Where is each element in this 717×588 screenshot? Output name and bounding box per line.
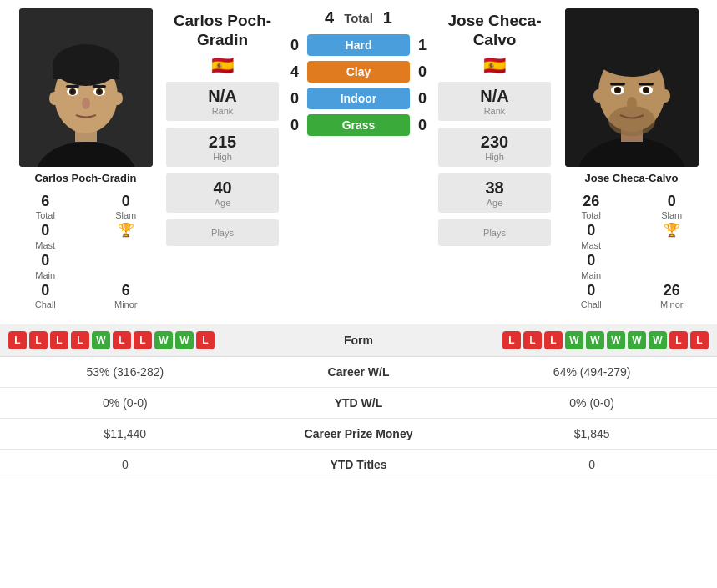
right-plays-box: Plays xyxy=(438,219,551,246)
right-high-value: 230 xyxy=(445,133,544,152)
grass-score-right: 0 xyxy=(410,117,435,134)
form-badge-l: L xyxy=(50,331,68,349)
player-left-stats-grid: 6 Total 0 Slam 0 Mast 🏆 0 Main xyxy=(8,193,163,309)
right-slam-value: 0 xyxy=(668,193,676,211)
left-high-box: 215 High xyxy=(166,128,279,167)
right-flag: 🇪🇸 xyxy=(438,55,551,77)
svg-point-16 xyxy=(113,92,123,105)
left-minor-value: 6 xyxy=(122,282,130,300)
svg-point-29 xyxy=(644,88,648,92)
form-badge-l: L xyxy=(71,331,89,349)
form-badge-l: L xyxy=(690,331,709,349)
grass-score-left: 0 xyxy=(282,117,307,134)
right-plays-label: Plays xyxy=(445,228,544,238)
left-total-label: Total xyxy=(36,210,55,220)
right-minor-stat: 26 Minor xyxy=(635,282,709,310)
titles-label: YTD Titles xyxy=(242,458,476,471)
career-wl-row: 53% (316-282) Career W/L 64% (494-279) xyxy=(0,357,717,388)
right-main-value: 0 xyxy=(587,252,595,270)
left-rank-box: N/A Rank xyxy=(166,82,279,121)
right-minor-label: Minor xyxy=(660,299,684,309)
right-mast-label: Mast xyxy=(581,240,601,250)
right-trophy-area: 🏆 xyxy=(635,222,709,250)
right-mast-stat: 0 Mast xyxy=(554,222,629,250)
right-detail-col: Jose Checa-Calvo 🇪🇸 N/A Rank 230 High 38… xyxy=(438,12,551,309)
top-area: Carlos Poch-Gradin 6 Total 0 Slam 0 Mast… xyxy=(0,0,717,318)
right-total-value: 26 xyxy=(583,193,599,211)
left-total-stat: 6 Total xyxy=(8,193,83,221)
right-trophy-icon: 🏆 xyxy=(664,222,680,238)
prize-label: Career Prize Money xyxy=(242,427,476,440)
player-left-name-below: Carlos Poch-Gradin xyxy=(34,172,136,186)
main-container: Carlos Poch-Gradin 6 Total 0 Slam 0 Mast… xyxy=(0,0,717,480)
right-rank-value: N/A xyxy=(445,87,544,106)
left-age-value: 40 xyxy=(173,178,272,198)
form-badge-w: W xyxy=(565,331,583,349)
form-badge-l: L xyxy=(134,331,152,349)
titles-row: 0 YTD Titles 0 xyxy=(0,450,717,480)
right-rank-label: Rank xyxy=(445,106,544,116)
career-wl-label: Career W/L xyxy=(242,365,476,379)
left-high-label: High xyxy=(173,152,272,162)
right-total-label: Total xyxy=(582,210,601,220)
left-rank-label: Rank xyxy=(173,106,272,116)
left-minor-stat: 6 Minor xyxy=(89,282,164,310)
right-age-box: 38 Age xyxy=(438,173,551,213)
surface-indoor-row: 0 Indoor 0 xyxy=(282,88,435,109)
right-slam-stat: 0 Slam xyxy=(635,193,709,221)
form-badge-l: L xyxy=(523,331,542,349)
left-age-box: 40 Age xyxy=(166,173,279,213)
left-plays-label: Plays xyxy=(173,228,272,238)
right-main-stat: 0 Main xyxy=(554,252,629,280)
left-career-wl: 53% (316-282) xyxy=(8,365,242,379)
form-badge-w: W xyxy=(175,331,194,349)
right-age-value: 38 xyxy=(445,178,544,198)
right-mast-value: 0 xyxy=(587,222,595,240)
indoor-score-left: 0 xyxy=(282,90,307,108)
right-chall-stat: 0 Chall xyxy=(554,282,629,310)
svg-point-14 xyxy=(82,98,90,109)
left-main-label: Main xyxy=(35,270,55,280)
player-left-photo xyxy=(19,8,153,167)
stats-rows: 53% (316-282) Career W/L 64% (494-279) 0… xyxy=(0,356,717,480)
left-minor-label: Minor xyxy=(114,299,138,309)
ytd-wl-label: YTD W/L xyxy=(242,396,476,410)
player-right-stats-grid: 26 Total 0 Slam 0 Mast 🏆 0 Main xyxy=(554,193,709,309)
right-minor-value: 26 xyxy=(664,282,680,300)
left-rank-value: N/A xyxy=(173,87,272,106)
left-slam-label: Slam xyxy=(115,210,136,220)
form-badge-w: W xyxy=(607,331,625,349)
right-age-label: Age xyxy=(445,198,544,208)
left-slam-value: 0 xyxy=(122,193,130,211)
left-mast-label: Mast xyxy=(35,240,55,250)
clay-score-left: 4 xyxy=(282,63,307,81)
form-badge-l: L xyxy=(8,331,27,349)
indoor-score-right: 0 xyxy=(410,90,435,108)
right-career-wl: 64% (494-279) xyxy=(475,365,709,379)
right-chall-value: 0 xyxy=(587,282,595,300)
form-badge-l: L xyxy=(669,331,688,349)
svg-rect-12 xyxy=(66,85,79,88)
hard-score-left: 0 xyxy=(282,37,307,54)
surface-grass-row: 0 Grass 0 xyxy=(282,114,435,136)
form-badge-w: W xyxy=(92,331,110,349)
player-right-photo xyxy=(565,8,699,167)
clay-badge: Clay xyxy=(307,61,410,83)
left-age-label: Age xyxy=(173,198,272,208)
svg-rect-13 xyxy=(93,85,106,88)
right-rank-box: N/A Rank xyxy=(438,82,551,121)
right-total-stat: 26 Total xyxy=(554,193,629,221)
form-badge-w: W xyxy=(649,331,667,349)
surface-clay-row: 4 Clay 0 xyxy=(282,61,435,83)
svg-point-32 xyxy=(627,97,637,110)
left-prize: $11,440 xyxy=(8,427,242,440)
total-label: Total xyxy=(344,11,373,25)
player-right-col: Jose Checa-Calvo 26 Total 0 Slam 0 Mast … xyxy=(554,8,709,309)
right-slam-label: Slam xyxy=(661,210,682,220)
right-chall-label: Chall xyxy=(581,299,602,309)
prize-row: $11,440 Career Prize Money $1,845 xyxy=(0,419,717,450)
svg-point-28 xyxy=(616,88,619,92)
left-chall-value: 0 xyxy=(41,282,49,300)
left-mast-stat: 0 Mast xyxy=(8,222,83,250)
player-left-col: Carlos Poch-Gradin 6 Total 0 Slam 0 Mast… xyxy=(8,8,163,309)
